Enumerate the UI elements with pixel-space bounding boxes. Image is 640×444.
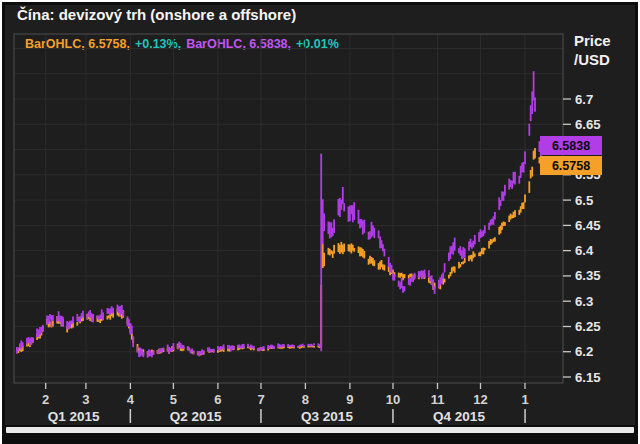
onshore-price-badge: 6.5758 [540, 156, 602, 175]
gridlines [14, 34, 563, 383]
quarter-axis: Q1 2015Q2 2015Q3 2015Q4 2015 [48, 409, 526, 424]
y-tick-label: 6.5 [575, 193, 593, 208]
y-tick-label: 6.7 [575, 92, 593, 107]
y-tick-label: 6.45 [575, 218, 601, 233]
month-tick-label: 4 [127, 392, 135, 407]
month-tick-label: 8 [302, 392, 309, 407]
quarter-label: Q3 2015 [301, 409, 353, 424]
month-tick-label: 3 [82, 392, 89, 407]
month-tick-label: 2 [42, 392, 49, 407]
time-axis: 234567891011121 [42, 383, 529, 407]
y-tick-label: 6.4 [575, 243, 594, 258]
month-tick-label: 5 [170, 392, 177, 407]
month-tick-label: 7 [257, 392, 264, 407]
y-tick-label: 6.2 [575, 344, 593, 359]
month-tick-label: 12 [473, 392, 487, 407]
y-tick-label: 6.3 [575, 294, 593, 309]
terminal-window: Čína: devizový trh (onshore a offshore) … [0, 0, 640, 444]
quarter-label: Q2 2015 [170, 409, 222, 424]
month-tick-label: 1 [521, 392, 528, 407]
series-bars-offshore [16, 71, 543, 358]
month-tick-label: 6 [214, 392, 221, 407]
bottom-scrollbar[interactable] [6, 427, 634, 433]
quarter-label: Q1 2015 [48, 409, 100, 424]
y-tick-label: 6.35 [575, 268, 601, 283]
y-tick-label: 6.15 [575, 370, 601, 385]
y-tick-label: 6.25 [575, 319, 601, 334]
month-tick-label: 10 [386, 392, 400, 407]
quarter-label: Q4 2015 [433, 409, 485, 424]
offshore-price-badge: 6.5838 [540, 136, 602, 155]
month-tick-label: 9 [346, 392, 353, 407]
y-tick-label: 6.65 [575, 117, 601, 132]
month-tick-label: 11 [431, 392, 445, 407]
chart-canvas[interactable]: 6.76.656.66.556.56.456.46.356.36.256.26.… [0, 0, 640, 444]
